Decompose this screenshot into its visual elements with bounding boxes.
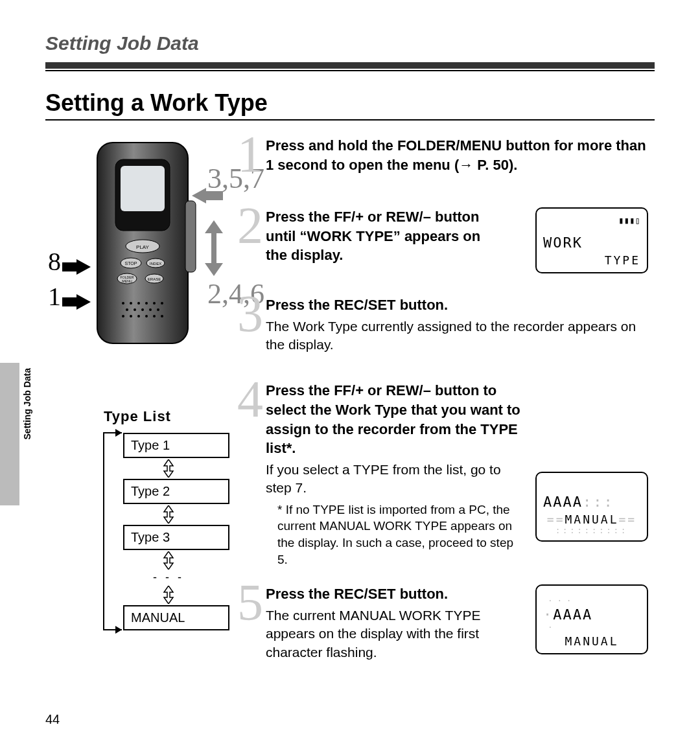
type-list-item: MANUAL: [123, 605, 229, 630]
horizontal-rule: [45, 62, 655, 71]
updown-arrow-icon: [123, 551, 214, 570]
step-head: Press and hold the FOLDER/MENU button fo…: [266, 136, 648, 174]
step-head: Press the FF/+ or REW/– button until “WO…: [266, 207, 506, 265]
up-down-arrow-icon: [194, 214, 233, 279]
svg-point-18: [153, 302, 156, 305]
svg-point-14: [122, 302, 124, 305]
recorder-device-icon: PLAY STOP INDEX FOLDER MENU ERASE: [84, 136, 201, 350]
callout-1: 1: [48, 281, 61, 312]
step-body: If you select a TYPE from the list, go t…: [266, 461, 525, 498]
chapter-title: Setting Job Data: [45, 32, 655, 54]
step-body: The Work Type currently assigned to the …: [266, 317, 648, 354]
svg-point-20: [126, 308, 128, 311]
svg-point-19: [161, 302, 163, 305]
svg-text:MENU: MENU: [122, 279, 132, 283]
svg-point-28: [145, 315, 148, 317]
step-2: 2 Press the FF/+ or REW/– button until “…: [266, 207, 648, 273]
page-number: 44: [45, 712, 60, 727]
step-number: 2: [237, 200, 263, 251]
updown-arrow-icon: [123, 459, 214, 478]
lcd-line2: TYPE: [543, 253, 640, 267]
svg-point-26: [130, 315, 132, 317]
ellipsis-icon: - - -: [123, 571, 214, 584]
svg-point-24: [157, 308, 159, 311]
svg-text:ERASE: ERASE: [148, 277, 161, 281]
svg-point-15: [130, 302, 132, 305]
svg-point-30: [161, 315, 163, 317]
lcd-line1: WORK: [543, 235, 640, 251]
side-tab: [0, 363, 19, 505]
svg-point-25: [122, 315, 124, 317]
type-list-diagram: Type List Type 1 Type 2 Type 3 - - -: [84, 408, 246, 630]
loop-arrow-icon: [97, 428, 123, 641]
type-list-item: Type 1: [123, 433, 229, 458]
step-head: Press the REC/SET button.: [266, 295, 648, 315]
svg-point-22: [141, 308, 144, 311]
svg-point-27: [137, 315, 140, 317]
step-1: 1 Press and hold the FOLDER/MENU button …: [266, 136, 648, 175]
step-head: Press the FF/+ or REW/– button to select…: [266, 381, 531, 458]
step-number: 1: [237, 128, 263, 180]
arrow-icon: [192, 188, 223, 203]
svg-point-17: [145, 302, 148, 305]
step-4: 4 Press the FF/+ or REW/– button to sele…: [266, 381, 648, 568]
lcd-line1: AAAA: [553, 606, 592, 623]
step-head: Press the REC/SET button.: [266, 584, 522, 604]
lcd-line2: ==MANUAL==: [543, 513, 640, 526]
step-number: 3: [237, 288, 263, 340]
step-3: 3 Press the REC/SET button. The Work Typ…: [266, 295, 648, 354]
svg-point-21: [134, 308, 136, 311]
battery-icon: ▮▮▮▯: [543, 215, 640, 225]
svg-rect-2: [121, 166, 165, 211]
callout-8: 8: [48, 246, 61, 277]
step-5: 5 Press the REC/SET button. The current …: [266, 584, 648, 662]
arrow-icon: [62, 259, 91, 275]
arrow-icon: [62, 294, 91, 310]
step-body: The current MANUAL WORK TYPE appears on …: [266, 606, 506, 662]
lcd-line2: MANUAL: [543, 634, 640, 648]
svg-marker-32: [115, 429, 122, 437]
svg-point-16: [137, 302, 140, 305]
svg-point-29: [153, 315, 156, 317]
device-illustration: PLAY STOP INDEX FOLDER MENU ERASE: [58, 136, 266, 369]
type-list-item: Type 3: [123, 525, 229, 550]
svg-marker-33: [115, 626, 122, 634]
lcd-screen-icon: AAAA::: ==MANUAL== ::::::::::: [535, 472, 648, 542]
svg-text:STOP: STOP: [125, 261, 137, 266]
updown-arrow-icon: [123, 505, 214, 524]
section-title: Setting a Work Type: [45, 89, 655, 121]
updown-arrow-icon: [123, 586, 214, 604]
step-note: * If no TYPE list is imported from a PC,…: [277, 501, 522, 568]
lcd-screen-icon: · · · ·AAAA · MANUAL: [535, 584, 648, 654]
side-tab-label: Setting Job Data: [22, 368, 32, 439]
svg-text:PLAY: PLAY: [136, 244, 150, 250]
svg-text:INDEX: INDEX: [150, 262, 161, 266]
lcd-screen-icon: ▮▮▮▯ WORK TYPE: [535, 207, 648, 273]
svg-point-23: [149, 308, 152, 311]
type-list-item: Type 2: [123, 479, 229, 504]
lcd-line1: AAAA:::: [543, 494, 640, 510]
type-list-title: Type List: [104, 408, 246, 425]
